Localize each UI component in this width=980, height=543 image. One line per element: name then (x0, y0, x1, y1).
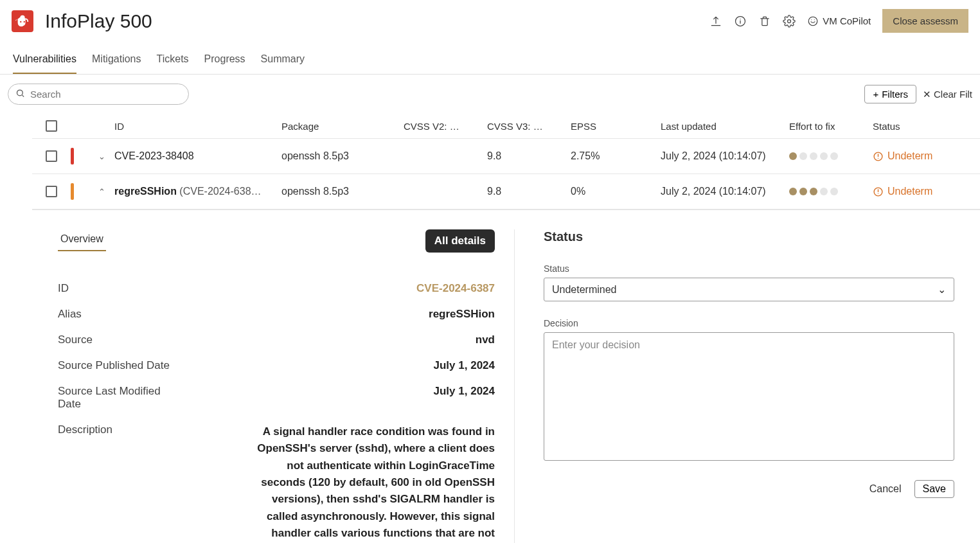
col-effort[interactable]: Effort to fix (789, 121, 873, 132)
effort-dots (789, 188, 873, 195)
trash-icon[interactable] (758, 15, 771, 28)
col-epss[interactable]: EPSS (571, 121, 661, 132)
severity-indicator (71, 148, 74, 165)
kv-id-label: ID (58, 282, 186, 295)
select-all-checkbox[interactable] (46, 120, 57, 132)
clear-filters-button[interactable]: ✕ Clear Filt (923, 89, 972, 100)
close-assessment-button[interactable]: Close assessm (882, 9, 968, 33)
row-updated: July 2, 2024 (10:14:07) (661, 186, 789, 197)
toolbar: + Filters ✕ Clear Filt (0, 75, 980, 114)
main-tabs: Vulnerabilities Mitigations Tickets Prog… (0, 46, 980, 75)
info-icon[interactable] (734, 15, 747, 28)
row-checkbox[interactable] (46, 150, 57, 162)
col-status[interactable]: Status (873, 121, 976, 132)
tab-mitigations[interactable]: Mitigations (92, 46, 141, 74)
kv-desc-value: A signal handler race condition was foun… (186, 423, 495, 543)
vm-copilot-label: VM CoPilot (823, 15, 871, 26)
row-package: openssh 8.5p3 (281, 150, 404, 162)
kv-source-label: Source (58, 334, 186, 346)
search-wrap (8, 84, 189, 105)
table-header-row: ID Package CVSS V2: … CVSS V3: … EPSS La… (32, 114, 980, 139)
kv-alias-label: Alias (58, 308, 186, 321)
detail-overview: Overview All details IDCVE-2024-6387 Ali… (58, 229, 495, 543)
clear-label: Clear Filt (934, 89, 972, 100)
kv-pub-value: July 1, 2024 (186, 359, 495, 372)
overview-tab[interactable]: Overview (58, 229, 106, 251)
status-select[interactable]: Undetermined ⌄ (544, 278, 954, 301)
collapse-chevron-icon[interactable]: ⌃ (89, 187, 114, 197)
chevron-down-icon: ⌄ (938, 283, 946, 296)
filters-label: Filters (882, 89, 908, 100)
row-updated: July 2, 2024 (10:14:07) (661, 150, 789, 162)
row-id: regreSSHion (CVE-2024-638… (114, 186, 281, 197)
kv-list: IDCVE-2024-6387 AliasregreSSHion Sourcen… (58, 276, 495, 543)
table-row[interactable]: ⌃ regreSSHion (CVE-2024-638… openssh 8.5… (32, 174, 980, 209)
status-select-value: Undetermined (552, 284, 617, 296)
col-updated[interactable]: Last updated (661, 121, 789, 132)
header-actions: VM CoPilot Close assessm (709, 9, 968, 33)
kv-mod-value: July 1, 2024 (186, 385, 495, 411)
tab-progress[interactable]: Progress (204, 46, 245, 74)
detail-tabs: Overview All details (58, 229, 495, 253)
detail-panel: Overview All details IDCVE-2024-6387 Ali… (32, 209, 980, 543)
row-epss: 0% (571, 186, 661, 197)
col-cvss3[interactable]: CVSS V3: … (487, 121, 571, 132)
row-status: Undeterm (873, 150, 976, 162)
vm-copilot-button[interactable]: VM CoPilot (807, 15, 871, 27)
decision-field-label: Decision (544, 318, 954, 328)
col-id[interactable]: ID (114, 121, 281, 132)
vuln-table: ID Package CVSS V2: … CVSS V3: … EPSS La… (0, 114, 980, 209)
tab-tickets[interactable]: Tickets (157, 46, 189, 74)
svg-point-1 (24, 21, 25, 22)
kv-source-value: nvd (186, 334, 495, 346)
status-panel: Status Status Undetermined ⌄ Decision Ca… (514, 229, 954, 543)
effort-dots (789, 152, 873, 160)
app-header: InfoPlay 500 VM CoPilot Close assessm (0, 0, 980, 39)
col-package[interactable]: Package (281, 121, 404, 132)
svg-point-4 (809, 17, 818, 26)
kv-desc-label: Description (58, 423, 186, 543)
status-title: Status (544, 229, 954, 244)
search-input[interactable] (8, 84, 189, 105)
app-title: InfoPlay 500 (45, 10, 152, 32)
panel-actions: Cancel Save (544, 480, 954, 498)
kv-mod-label: Source Last Modified Date (58, 385, 186, 411)
cancel-button[interactable]: Cancel (869, 483, 902, 495)
row-id: CVE-2023-38408 (114, 150, 281, 162)
tab-vulnerabilities[interactable]: Vulnerabilities (13, 46, 76, 74)
row-checkbox[interactable] (46, 186, 57, 197)
filters-button[interactable]: + Filters (864, 85, 916, 103)
close-icon: ✕ (923, 89, 931, 100)
row-epss: 2.75% (571, 150, 661, 162)
plus-icon: + (873, 89, 878, 100)
status-field-label: Status (544, 263, 954, 274)
kv-pub-label: Source Published Date (58, 359, 186, 372)
kv-alias-value: regreSSHion (186, 308, 495, 321)
toolbar-right: + Filters ✕ Clear Filt (864, 85, 972, 103)
app-logo-icon (12, 10, 33, 32)
all-details-button[interactable]: All details (425, 229, 495, 253)
row-status: Undeterm (873, 186, 976, 197)
upload-icon[interactable] (709, 15, 722, 28)
svg-point-3 (788, 19, 791, 22)
col-cvss2[interactable]: CVSS V2: … (404, 121, 487, 132)
row-package: openssh 8.5p3 (281, 186, 404, 197)
tab-summary[interactable]: Summary (261, 46, 305, 74)
expand-chevron-icon[interactable]: ⌄ (89, 152, 114, 161)
save-button[interactable]: Save (914, 480, 954, 498)
search-icon (15, 88, 25, 100)
kv-id-value[interactable]: CVE-2024-6387 (186, 282, 495, 295)
table-row[interactable]: ⌄ CVE-2023-38408 openssh 8.5p3 9.8 2.75%… (32, 139, 980, 174)
svg-point-5 (17, 90, 23, 96)
row-cvss3: 9.8 (487, 150, 571, 162)
svg-point-0 (20, 21, 21, 22)
severity-indicator (71, 183, 74, 200)
row-cvss3: 9.8 (487, 186, 571, 197)
settings-icon[interactable] (783, 15, 796, 28)
decision-textarea[interactable] (544, 332, 954, 461)
